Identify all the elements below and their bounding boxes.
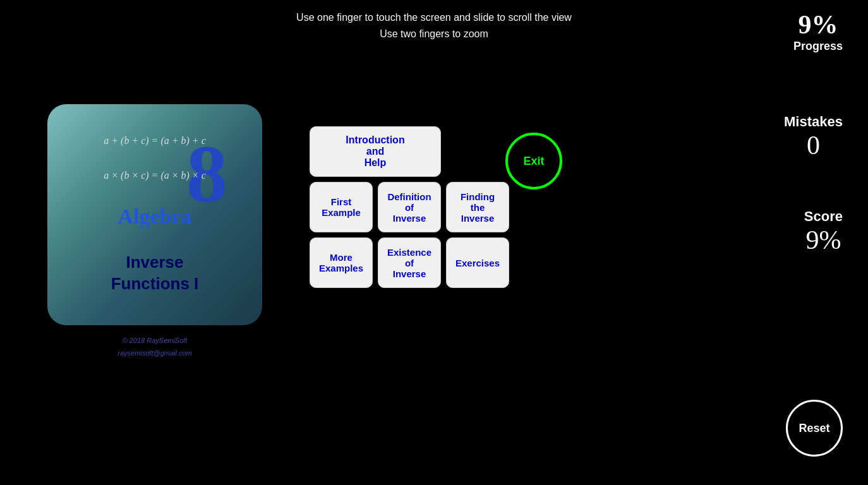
mistakes-label: Mistakes: [784, 114, 843, 130]
progress-value: 9%: [793, 9, 843, 40]
equation2: a × (b × c) = (a × b) × c: [104, 170, 206, 181]
instruction-area: Use one finger to touch the screen and s…: [296, 9, 572, 42]
app-logo: a + (b + c) = (a + b) + c 8 a × (b × c) …: [47, 104, 262, 325]
existence-button[interactable]: ExistenceofInverse: [378, 237, 441, 288]
finding-button[interactable]: FindingtheInverse: [446, 182, 509, 232]
score-area: Score 9%: [804, 208, 843, 255]
progress-label: Progress: [793, 40, 843, 53]
logo-content: a + (b + c) = (a + b) + c 8 a × (b × c) …: [57, 114, 253, 316]
copyright: © 2018 RaySemiSoft: [47, 337, 262, 344]
intro-button[interactable]: IntroductionandHelp: [310, 126, 441, 177]
mistakes-value: 0: [784, 130, 843, 160]
progress-area: 9% Progress: [793, 9, 843, 53]
exit-button[interactable]: Exit: [505, 133, 562, 189]
score-label: Score: [804, 208, 843, 225]
mistakes-area: Mistakes 0: [784, 114, 843, 160]
instruction-line1: Use one finger to touch the screen and s…: [296, 9, 572, 26]
score-value: 9%: [804, 225, 843, 255]
first-example-button[interactable]: FirstExample: [310, 182, 373, 232]
logo-title: InverseFunctions I: [111, 252, 199, 295]
email: raysemisoft@gmail.com: [47, 349, 262, 357]
instruction-line2: Use two fingers to zoom: [296, 26, 572, 42]
more-examples-button[interactable]: MoreExamples: [310, 237, 373, 288]
exercises-button[interactable]: Exercises: [446, 237, 509, 288]
definition-button[interactable]: DefinitionofInverse: [378, 182, 441, 232]
nav-grid: IntroductionandHelp FirstExample Definit…: [310, 126, 509, 288]
algebra-label: Algebra: [118, 205, 191, 229]
equation1: a + (b + c) = (a + b) + c: [104, 135, 206, 147]
reset-button[interactable]: Reset: [786, 400, 843, 457]
